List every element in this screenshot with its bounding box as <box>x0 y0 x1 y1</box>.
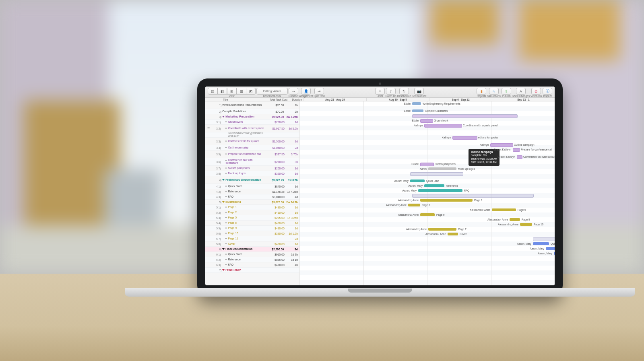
assignment-button[interactable]: 👤Assignment <box>299 88 313 98</box>
view-calendar-icon[interactable]: ▦ <box>237 88 246 95</box>
task-row[interactable]: 5.2)Page 2$480.001d <box>205 210 299 215</box>
task-row[interactable]: 3.5)Prepare for conference call$337.503.… <box>205 151 299 158</box>
set-baseline-button[interactable]: 📷Set Baseline <box>412 88 427 98</box>
task-bar[interactable] <box>418 189 462 192</box>
task-bar[interactable] <box>410 179 425 182</box>
task-row[interactable]: 3.4)Outline campaign$1,040.002d <box>205 145 299 151</box>
task-bar[interactable] <box>452 136 477 140</box>
task-bar[interactable] <box>520 223 532 226</box>
task-bar-label: Page 11 <box>458 228 468 231</box>
task-bar-label: Prepare for conference call <box>521 148 552 151</box>
task-bar[interactable] <box>408 204 420 206</box>
resource-label: Aaron; Mary <box>409 184 423 187</box>
task-row[interactable]: 3.3)Contact editors for quotes$1,560.003… <box>205 138 299 145</box>
task-bar[interactable] <box>513 148 520 152</box>
task-bar[interactable] <box>420 213 435 216</box>
task-row[interactable]: 5.5)Page 9$480.001d <box>205 226 299 231</box>
task-row[interactable]: ☰3.2)Coordinate with experts panel$1,917… <box>205 125 299 132</box>
summary-bar[interactable] <box>412 114 518 118</box>
resource-label: Kathryn <box>442 136 451 139</box>
task-row[interactable]: 5.7)Page 112d <box>205 236 299 241</box>
task-row[interactable]: 4.1)Quick Start$840.001d <box>205 184 299 189</box>
task-row[interactable]: 1)Write Engineering Requirements$70.002h <box>205 101 299 109</box>
task-row[interactable]: 3)Marketing Preparation$5,925.002w 4.25h <box>205 114 299 120</box>
task-row[interactable]: 5.4)Page 6$480.001d <box>205 221 299 226</box>
task-bar[interactable] <box>412 109 423 112</box>
task-bar[interactable] <box>428 228 456 231</box>
task-bar-label: FAQ <box>464 189 469 192</box>
task-bar[interactable] <box>420 119 433 123</box>
task-bar-label: Groundwork <box>434 119 448 122</box>
task-row[interactable]: 5.1)Page 1$480.001d <box>205 205 299 210</box>
baseline-actual-select[interactable]: Editing: Actual Baseline/Actual <box>256 88 288 98</box>
task-row[interactable]: 3.8)Mock up logos$320.001d <box>205 171 299 176</box>
task-bar[interactable] <box>412 102 421 105</box>
inspect-button[interactable]: ⓘInspect <box>543 88 552 98</box>
task-row[interactable]: 2)Compile Guidelines$70.002h <box>205 109 299 114</box>
task-row[interactable]: 4)Preliminary Documentation$5,026.251w 0… <box>205 176 299 184</box>
task-outline[interactable]: 1)Write Engineering Requirements$70.002h… <box>205 101 299 285</box>
task-bar[interactable] <box>492 208 516 211</box>
summary-bar[interactable] <box>410 172 463 176</box>
view-styles-icon[interactable]: ◩ <box>246 88 256 95</box>
task-bar[interactable] <box>428 167 456 170</box>
resource-label: Aaron; Mary <box>538 252 552 255</box>
task-tooltip: Outline campaign complete: 0% start: 9/4… <box>469 149 500 166</box>
reschedule-icon: ↻ <box>399 88 409 95</box>
task-bar[interactable] <box>546 247 555 250</box>
show-changes-icon: A <box>516 88 526 95</box>
reschedule-button[interactable]: ↻Reschedule <box>397 88 411 98</box>
task-row[interactable]: 6.1)Quick Start$915.001d 3h <box>205 252 299 257</box>
task-bar-label: Page 6 <box>436 213 445 216</box>
connect-button[interactable]: ⇢Connect <box>289 88 298 98</box>
task-row[interactable]: 3.1)Groundwork$280.001d <box>205 120 299 125</box>
col-duration[interactable]: Duration <box>289 98 303 101</box>
task-row[interactable]: 6)Final Documentation$2,200.003d <box>205 247 299 252</box>
task-row[interactable]: 5.8)Cover$480.001d <box>205 241 299 247</box>
task-row[interactable]: 5.6)Page 10$390.001d 1.5h <box>205 231 299 236</box>
view-gantt-icon[interactable]: ▤ <box>208 88 217 95</box>
task-bar[interactable] <box>554 252 555 255</box>
task-row[interactable]: 4.2)Reference$1,146.251d 4.25h <box>205 189 299 194</box>
task-bar[interactable] <box>420 199 473 202</box>
view-modes[interactable]: ▤ ◧ ⊞ ▦ ◩ View <box>208 88 256 98</box>
task-bar[interactable] <box>424 184 444 187</box>
view-network-icon[interactable]: ⊞ <box>227 88 237 95</box>
resource-label: Eddie <box>404 109 411 112</box>
simulations-button[interactable]: ∿Simulations <box>487 88 501 98</box>
task-row[interactable]: Send initial email; guidelines and such <box>205 132 299 138</box>
task-bar[interactable] <box>510 218 520 221</box>
task-row[interactable]: 5)Illustrations$3,075.002w 2d 3h <box>205 200 299 205</box>
task-bar[interactable] <box>490 143 513 147</box>
resource-label: Grace; Kathryn <box>493 148 511 151</box>
violations-button[interactable]: ⊘Violations <box>530 88 542 98</box>
gantt-chart[interactable]: Outline campaign complete: 0% start: 9/4… <box>299 101 555 285</box>
split-task-button[interactable]: ⇥Split Task <box>314 88 325 98</box>
task-row[interactable]: 4.3)FAQ$3,040.004d <box>205 194 299 200</box>
reports-button[interactable]: ▮Reports <box>477 88 486 98</box>
publish-button[interactable]: ⇧Publish <box>502 88 511 98</box>
task-row[interactable]: 7)Print Ready <box>205 268 299 273</box>
task-row[interactable]: 3.6)Conference call with consultant$270.… <box>205 158 299 166</box>
task-bar[interactable] <box>420 163 434 166</box>
task-row[interactable]: 3.7)Sketch pamphlets$200.001d <box>205 166 299 171</box>
task-bar[interactable] <box>448 233 458 235</box>
level-button[interactable]: ≡Level <box>375 88 385 98</box>
catch-up-icon: ⇪ <box>386 88 396 95</box>
task-row[interactable]: 6.3)FAQ$420.004h <box>205 262 299 268</box>
task-bar-label: Sketch pamphlets <box>435 163 456 165</box>
catch-up-button[interactable]: ⇪Catch Up <box>386 88 396 98</box>
view-resource-icon[interactable]: ◧ <box>217 88 227 95</box>
task-bar[interactable] <box>424 124 462 128</box>
task-bar[interactable] <box>517 155 522 159</box>
summary-bar[interactable] <box>412 194 534 198</box>
task-bar[interactable] <box>533 242 549 245</box>
show-changes-button[interactable]: AShow Changes <box>512 88 530 98</box>
inspect-icon: ⓘ <box>543 88 552 95</box>
task-row[interactable]: 5.3)Page 5$285.001d 3.25h <box>205 215 299 221</box>
resource-label: Alessandro; Anne <box>386 204 407 206</box>
task-row[interactable]: 6.2)Reference$865.001d 1h <box>205 257 299 262</box>
col-cost[interactable]: Total Task Cost <box>266 98 289 101</box>
col-title[interactable]: Title <box>222 98 266 101</box>
summary-bar[interactable] <box>533 237 555 241</box>
